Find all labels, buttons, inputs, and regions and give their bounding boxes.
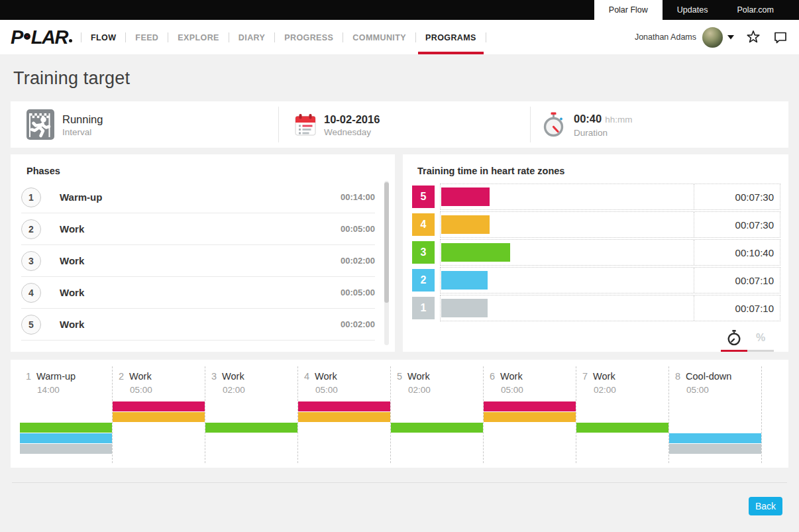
heart-rate-zones-panel: Training time in heart rate zones 500:07…	[403, 154, 788, 352]
timeline-bar-zone-2	[669, 433, 761, 443]
phase-row-2[interactable]: 2Work00:05:00	[21, 213, 375, 245]
user-name: Jonathan Adams	[635, 32, 696, 42]
timeline-bar-zone-1	[20, 444, 112, 454]
timeline-phase-6[interactable]: 6Work05:00	[483, 366, 576, 463]
nav-item-programs[interactable]: PROGRAMS	[422, 20, 480, 54]
timeline-phase-number: 1	[26, 371, 31, 382]
nav-separator	[415, 32, 416, 42]
timeline-bar-zone-4	[484, 412, 576, 422]
nav-item-diary[interactable]: DIARY	[235, 20, 268, 54]
timeline-phase-name: Work	[500, 371, 523, 382]
timeline-phase-name: Cool-down	[686, 371, 731, 382]
phase-number: 1	[21, 187, 41, 207]
timeline-phase-8[interactable]: 8Cool-down05:00	[668, 366, 762, 463]
timeline-phase-7[interactable]: 7Work02:00	[576, 366, 668, 463]
timeline-phase-4[interactable]: 4Work05:00	[297, 366, 390, 463]
topbar-tabs: Polar FlowUpdatesPolar.com	[594, 0, 788, 20]
timeline-phase-label: 6Work	[484, 371, 576, 382]
phases-scrollbar[interactable]	[384, 181, 389, 345]
timeline-phase-duration: 05:00	[113, 385, 205, 395]
unit-percent-option[interactable]: %	[747, 329, 774, 352]
navigation-bar: PLAR FLOWFEEDEXPLOREDIARYPROGRESSCOMMUNI…	[0, 20, 799, 54]
topbar-tab-updates[interactable]: Updates	[663, 0, 723, 20]
back-button[interactable]: Back	[749, 497, 782, 515]
timeline-bar-zone-4	[298, 412, 390, 422]
zone-bar	[441, 271, 488, 290]
zone-bar	[441, 215, 490, 234]
topbar-tab-polar-flow[interactable]: Polar Flow	[594, 0, 663, 20]
messages-bubble-icon[interactable]	[772, 29, 788, 45]
summary-sport: Running Interval	[11, 107, 278, 142]
phases-title: Phases	[11, 162, 395, 182]
calendar-icon	[295, 113, 316, 136]
zone-bar-area	[441, 212, 694, 237]
zone-bar	[441, 187, 490, 206]
nav-separator	[168, 32, 168, 42]
unit-percent-underline	[747, 350, 774, 352]
target-weekday: Wednesday	[324, 127, 380, 137]
scrollbar-thumb[interactable]	[384, 182, 389, 303]
phase-row-3[interactable]: 3Work00:02:00	[21, 245, 375, 277]
nav-item-community[interactable]: COMMUNITY	[349, 20, 409, 54]
zone-bar-track: 00:10:40	[440, 239, 780, 266]
hr-zone-row-2: 200:07:10	[412, 267, 780, 293]
running-sport-icon	[27, 109, 54, 140]
timeline-phase-2[interactable]: 2Work05:00	[112, 366, 205, 463]
zone-time: 00:10:40	[694, 240, 780, 265]
nav-separator	[81, 32, 81, 42]
phase-number: 4	[21, 283, 41, 303]
timeline-phase-label: 4Work	[298, 371, 390, 382]
phase-duration: 00:05:00	[341, 288, 375, 297]
zone-bar-area	[441, 268, 694, 293]
nav-item-flow[interactable]: FLOW	[87, 20, 119, 54]
timeline-phase-label: 5Work	[391, 371, 483, 382]
zone-time: 00:07:10	[694, 295, 780, 321]
avatar[interactable]	[702, 27, 723, 48]
zone-time: 00:07:30	[694, 184, 780, 209]
nav-separator	[486, 32, 486, 42]
phase-name: Work	[60, 255, 84, 266]
unit-time-option[interactable]	[721, 329, 747, 352]
timeline-phase-number: 6	[490, 371, 495, 382]
footer-divider	[12, 482, 787, 483]
target-summary-card: Running Interval 10-02-2016 Wednesday	[11, 101, 788, 148]
hr-zone-row-4: 400:07:30	[412, 211, 780, 238]
phase-number: 2	[21, 219, 41, 239]
nav-item-explore[interactable]: EXPLORE	[174, 20, 223, 54]
timeline-phase-duration: 05:00	[484, 385, 576, 395]
favorites-star-icon[interactable]	[745, 29, 761, 45]
percent-label: %	[756, 329, 765, 346]
phase-row-1[interactable]: 1Warm-up00:14:00	[21, 182, 375, 213]
phase-timeline-panel: 1Warm-up14:002Work05:003Work02:004Work05…	[11, 360, 788, 468]
hr-zone-row-5: 500:07:30	[412, 184, 780, 210]
timeline-zone-bars	[20, 401, 112, 454]
zone-bar-track: 00:07:10	[440, 295, 780, 321]
timeline-phase-number: 3	[211, 371, 217, 382]
phase-row-4[interactable]: 4Work00:05:00	[21, 277, 375, 309]
timeline-phase-name: Work	[222, 371, 244, 382]
nav-item-feed[interactable]: FEED	[132, 20, 162, 54]
hr-zone-row-1: 100:07:10	[412, 295, 780, 321]
timeline-phase-1[interactable]: 1Warm-up14:00	[20, 366, 112, 463]
nav-separator	[125, 32, 126, 42]
timeline-zone-bars	[484, 401, 576, 454]
nav-item-progress[interactable]: PROGRESS	[281, 20, 337, 54]
timeline-phase-3[interactable]: 3Work02:00	[205, 366, 297, 463]
top-bar: Polar FlowUpdatesPolar.com	[0, 0, 799, 20]
phase-row-5[interactable]: 5Work00:02:00	[21, 309, 375, 341]
phase-name: Work	[60, 223, 84, 235]
phase-name: Warm-up	[60, 191, 102, 203]
timeline-phase-number: 2	[119, 371, 124, 382]
timeline-phase-5[interactable]: 5Work02:00	[390, 366, 483, 463]
timeline-bar-zone-5	[113, 401, 205, 411]
timeline-phase-duration: 05:00	[669, 385, 761, 395]
phase-duration: 00:14:00	[341, 192, 375, 202]
topbar-tab-polar-com[interactable]: Polar.com	[722, 0, 788, 20]
timeline-phase-duration: 02:00	[205, 385, 297, 395]
polar-logo[interactable]: PLAR	[11, 27, 72, 48]
zone-bar-track: 00:07:10	[440, 267, 780, 293]
chevron-down-icon[interactable]	[727, 35, 734, 40]
zone-badge-3: 3	[412, 241, 435, 264]
hr-zone-row-3: 300:10:40	[412, 239, 780, 266]
timeline-bar-zone-1	[669, 444, 761, 454]
